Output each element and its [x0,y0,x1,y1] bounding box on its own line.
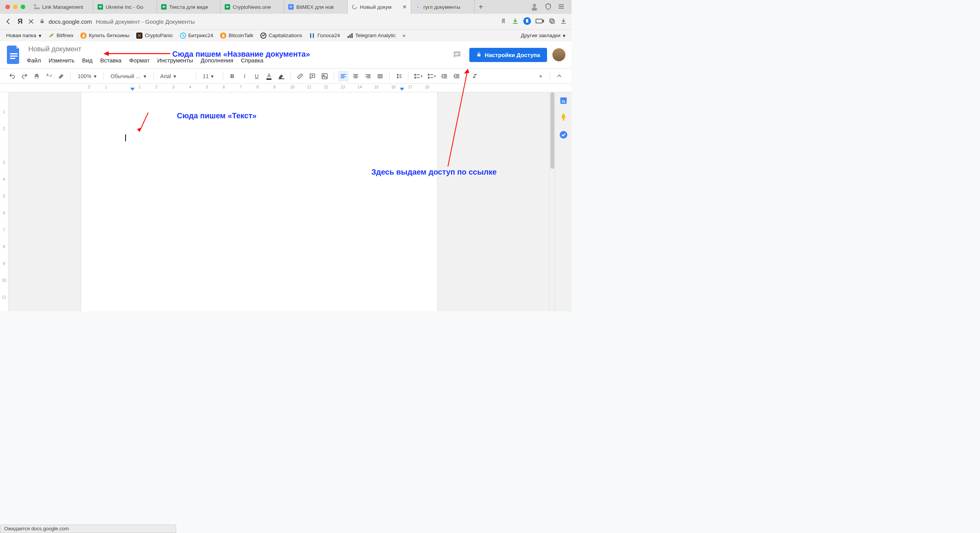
close-window-icon[interactable] [5,5,10,9]
bookmark-item[interactable]: Bitfinex [46,31,76,40]
line-spacing-button[interactable] [394,71,404,82]
comment-button[interactable] [307,71,318,82]
tab-label: Link Management [42,4,83,10]
browser-tab[interactable]: Ukreine Inc - Go [93,0,157,14]
bookmark-item[interactable]: Битрикс24 [178,31,216,40]
copy-icon[interactable] [549,18,555,26]
font-family-dropdown[interactable]: Arial▾ [157,73,192,79]
align-right-button[interactable] [363,71,373,82]
bookmark-star-icon[interactable] [500,18,506,25]
menu-edit[interactable]: Изменить [49,56,75,65]
text-color-button[interactable]: A [264,71,274,82]
bullet-list-button[interactable]: ▾ [426,71,438,82]
align-left-button[interactable] [338,71,349,82]
checklist-button[interactable]: ▾ [412,71,424,82]
browser-tab-active[interactable]: Новый докум ✕ [348,0,411,14]
bookmark-item[interactable]: Telegram Analytic [345,31,398,40]
stop-button[interactable] [28,18,34,25]
menu-view[interactable]: Вид [82,56,93,65]
bitcointalk-icon: ฿ [220,33,226,39]
bookmark-label: Битрикс24 [188,33,213,38]
collapse-toolbar-button[interactable] [554,71,565,82]
svg-rect-11 [227,6,227,8]
tab-label: Новый докум [360,4,392,10]
svg-rect-7 [163,6,164,8]
indent-right-marker[interactable] [400,88,404,92]
menu-insert[interactable]: Вставка [100,56,122,65]
menu-icon[interactable] [558,3,565,11]
align-justify-button[interactable] [375,71,385,82]
toclick-icon: toclick [34,4,40,10]
vertical-ruler[interactable]: 1234567891011121314 [0,92,8,311]
browser-tab[interactable]: BitMEX для нов [284,0,348,14]
bookmark-circle-icon[interactable] [523,17,531,26]
other-bookmarks[interactable]: Другие закладки▾ [519,31,568,40]
vertical-scrollbar[interactable] [549,92,555,311]
keep-icon[interactable] [559,113,568,123]
minimize-window-icon[interactable] [13,5,18,9]
maximize-window-icon[interactable] [21,5,25,9]
paragraph-style-dropdown[interactable]: Обычный …▾ [108,73,149,79]
menu-format[interactable]: Формат [129,56,149,65]
bookmark-item[interactable]: ฿BitcoinTalk [218,31,256,40]
yandex-icon[interactable]: Я [18,18,23,26]
shield-icon[interactable] [545,3,552,11]
window-controls[interactable] [5,5,25,9]
bookmarks-overflow[interactable]: » [400,31,408,40]
align-center-button[interactable] [350,71,361,82]
browser-tab[interactable]: Текста для виде [157,0,220,14]
print-button[interactable] [31,71,42,82]
back-button[interactable] [5,18,12,25]
svg-rect-3 [100,6,100,8]
close-tab-icon[interactable]: ✕ [402,4,407,10]
bookmark-item[interactable]: Capitalizations [258,31,305,40]
share-button[interactable]: Настройки Доступа [469,48,547,62]
svg-point-20 [533,4,536,7]
download-plain-icon[interactable] [560,18,567,26]
horizontal-ruler[interactable]: 21123456789101112131415161718 [0,84,572,92]
bookmark-folder[interactable]: Новая папка▾ [4,31,44,40]
tasks-icon[interactable] [559,131,568,140]
bookmark-label: Capitalizations [269,33,302,38]
bookmark-item[interactable]: CryptoPanic [134,31,175,40]
comments-icon[interactable] [450,48,464,62]
docs-logo-icon[interactable] [6,45,21,65]
formatting-toolbar: 100%▾ Обычный …▾ Arial▾ 11▾ B I U A ▾ ▾ … [0,69,572,84]
highlight-button[interactable] [276,71,287,82]
editing-mode-button[interactable]: ▾ [535,71,546,82]
browser-tab[interactable]: toclick Link Management [30,0,93,14]
calendar-icon[interactable]: 31 [559,96,568,106]
paint-format-button[interactable] [56,71,67,82]
spellcheck-button[interactable] [44,71,54,82]
bookmark-item[interactable]: ฿Купить биткоины [78,31,132,40]
menu-file[interactable]: Файл [27,56,41,65]
lock-icon [476,52,482,58]
image-button[interactable] [319,71,330,82]
download-icon[interactable] [512,18,519,26]
scroll-thumb[interactable] [550,92,554,169]
bookmark-item[interactable]: Голоса24 [307,31,342,40]
document-area: 1234567891011121314 Сюда пишем «Текст» 3… [0,92,572,311]
sheets-icon [224,4,230,10]
account-avatar[interactable] [552,48,565,61]
battery-icon[interactable] [536,18,544,25]
url-title: Новый документ - Google Документы [96,18,195,25]
font-size-dropdown[interactable]: 11▾ [200,73,219,79]
link-button[interactable] [295,71,305,82]
svg-rect-48 [35,77,38,78]
bold-button[interactable]: B [227,71,238,82]
indent-left-marker[interactable] [130,88,135,92]
tab-label: CryptoNews.one [233,4,271,10]
address-bar[interactable]: docs.google.com Новый документ - Google … [39,18,506,25]
browser-tab[interactable]: CryptoNews.one [220,0,284,14]
annotation-arrow-share [444,65,475,168]
italic-button[interactable]: I [239,71,250,82]
underline-button[interactable]: U [252,71,262,82]
zoom-dropdown[interactable]: 100%▾ [75,73,100,79]
undo-button[interactable] [7,71,18,82]
new-tab-button[interactable]: + [475,3,487,11]
profile-avatar-icon[interactable] [530,2,539,12]
tab-label: гугл документы [423,4,460,10]
browser-tab[interactable]: G гугл документы [411,0,475,14]
redo-button[interactable] [19,71,30,82]
